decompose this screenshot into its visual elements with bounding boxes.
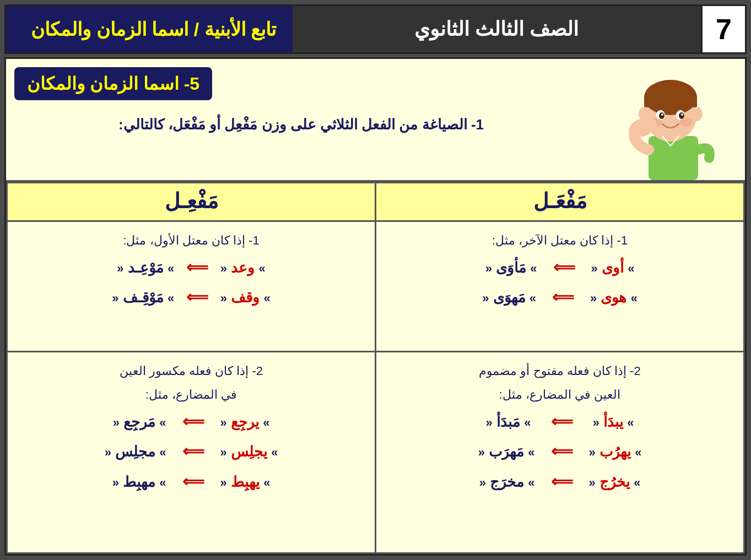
svg-point-11 <box>661 113 663 116</box>
table-row-1: 1- إذا كان معتل الآخر، مثل: » أوى « ⟸ » … <box>7 221 744 352</box>
row2-right-ex3: » يهبِط « ⟸ » مهبِط « <box>19 468 364 496</box>
content-area: 5- اسما الزمان والمكان 1- الصياغة من الف… <box>4 57 747 556</box>
main-table: مَفْعَـل مَفْعِـل 1- إذا كان معتل الآخر،… <box>6 182 745 554</box>
cell-row1-left: 1- إذا كان معتل الآخر، مثل: » أوى « ⟸ » … <box>376 221 744 352</box>
sub-heading: 1- الصياغة من الفعل الثلاثي على وزن مَفْ… <box>14 114 588 135</box>
section-heading-box: 5- اسما الزمان والمكان <box>14 67 212 100</box>
cell-row2-left: 2- إذا كان فعله مفتوح أو مضموم العين في … <box>376 351 744 553</box>
svg-point-12 <box>681 113 683 116</box>
child-illustration <box>615 64 726 180</box>
right-content: 5- اسما الزمان والمكان 1- الصياغة من الف… <box>6 59 596 144</box>
row1-left-ex2: » هوى « ⟸ » مَهوَى « <box>387 284 732 311</box>
row1-right-ex1: » وعد « ⟸ » مَوْعِـد « <box>19 254 364 281</box>
table-header-row: مَفْعَـل مَفْعِـل <box>7 183 744 221</box>
table-area: مَفْعَـل مَفْعِـل 1- إذا كان معتل الآخر،… <box>6 180 745 554</box>
row2-left-ex3: » يخرُج « ⟸ » مخرَج « <box>387 468 732 496</box>
row1-right-ex2: » وقف « ⟸ » مَوْقِـف « <box>19 284 364 311</box>
cell-row1-right: 1- إذا كان معتل الأول، مثل: » وعد « ⟸ » … <box>7 221 376 352</box>
svg-rect-4 <box>644 96 697 107</box>
header-title: تابع الأبنية / اسما الزمان والمكان <box>6 6 293 52</box>
row1-left-ex1: » أوى « ⟸ » مَأوَى « <box>387 254 732 281</box>
grade-label: الصف الثالث الثانوي <box>293 18 701 41</box>
col-left-header: مَفْعَـل <box>376 183 744 221</box>
svg-point-10 <box>679 112 684 119</box>
row2-right-title2: في المضارع، مثل: <box>19 384 364 406</box>
row1-right-title: 1- إذا كان معتل الأول، مثل: <box>19 230 364 252</box>
row2-left-title2: العين في المضارع، مثل: <box>387 384 732 406</box>
cell-row2-right: 2- إذا كان فعله مكسور العين في المضارع، … <box>7 351 376 553</box>
svg-point-14 <box>679 118 693 127</box>
section-heading: 5- اسما الزمان والمكان <box>27 74 199 94</box>
photo-area <box>596 59 745 180</box>
row1-left-title: 1- إذا كان معتل الآخر، مثل: <box>387 230 732 252</box>
table-row-2: 2- إذا كان فعله مفتوح أو مضموم العين في … <box>7 351 744 553</box>
row2-right-ex2: » يجلِس « ⟸ » مجلِس « <box>19 438 364 465</box>
svg-point-15 <box>632 119 652 137</box>
top-section: 5- اسما الزمان والمكان 1- الصياغة من الف… <box>6 59 745 180</box>
row2-left-ex2: » يهرُب « ⟸ » مَهرَب « <box>387 438 732 465</box>
lesson-number: 7 <box>701 6 745 52</box>
main-container: 7 الصف الثالث الثانوي تابع الأبنية / اسم… <box>0 0 751 560</box>
svg-point-6 <box>691 107 703 121</box>
header: 7 الصف الثالث الثانوي تابع الأبنية / اسم… <box>4 4 747 54</box>
row2-right-ex1: » يرجِع « ⟸ » مَرجِع « <box>19 408 364 436</box>
row2-left-ex1: » يبدَأ « ⟸ » مَبدَأ « <box>387 408 732 436</box>
row2-right-title: 2- إذا كان فعله مكسور العين <box>19 360 364 382</box>
col-right-header: مَفْعِـل <box>7 183 376 221</box>
row2-left-title: 2- إذا كان فعله مفتوح أو مضموم <box>387 360 732 382</box>
svg-point-9 <box>659 112 664 119</box>
